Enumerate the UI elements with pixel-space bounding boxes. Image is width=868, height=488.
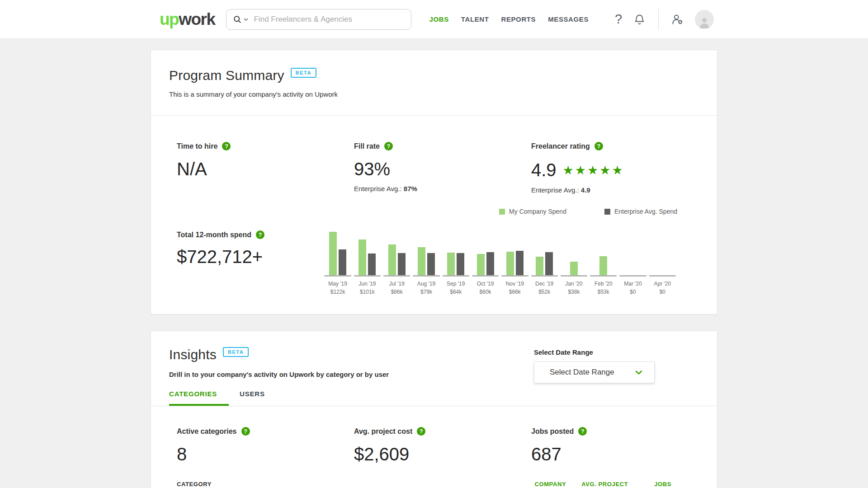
- enterprise-avg-bar: [516, 251, 524, 275]
- column-avg-project[interactable]: AVG. PROJECT: [581, 481, 628, 488]
- enterprise-avg-bar: [457, 253, 464, 275]
- legend-my-company-spend: My Company Spend: [499, 208, 566, 215]
- search-input[interactable]: [253, 14, 405, 24]
- search-box[interactable]: [226, 9, 411, 30]
- month-spend-label: $101k: [353, 289, 382, 295]
- nav-jobs[interactable]: JOBS: [429, 15, 449, 23]
- help-icon[interactable]: ?: [594, 142, 603, 150]
- date-range-value: Select Date Range: [550, 368, 614, 377]
- total-spend-label: Total 12-month spend: [177, 231, 251, 239]
- chart-month-group: Jan '20$38k: [559, 232, 589, 295]
- nav-divider: [658, 9, 659, 30]
- month-spend-label: $79k: [411, 289, 441, 295]
- enterprise-avg-bar: [368, 253, 376, 275]
- avatar-person-icon: [698, 15, 711, 29]
- nav-talent[interactable]: TALENT: [461, 15, 489, 23]
- logo-work: work: [179, 10, 215, 28]
- chart-month-group: May '19$122k: [323, 232, 352, 295]
- total-spend-block: Total 12-month spend ? $722,712+: [177, 226, 323, 295]
- help-icon[interactable]: ?: [578, 427, 587, 436]
- search-icon[interactable]: [233, 15, 241, 23]
- company-spend-bar: [418, 247, 425, 275]
- user-avatar[interactable]: [695, 10, 714, 29]
- month-label: May '19: [323, 281, 352, 287]
- help-icon[interactable]: ?: [222, 142, 231, 150]
- enterprise-avg-bar: [398, 253, 406, 275]
- month-label: Jun '19: [353, 281, 382, 287]
- company-spend-swatch-icon: [499, 209, 505, 215]
- column-category: CATEGORY: [177, 481, 212, 488]
- enterprise-avg-bar: [545, 252, 553, 275]
- month-label: Apr '20: [648, 281, 677, 287]
- metric-label: Time to hire: [177, 142, 217, 150]
- metric-value: 8: [177, 444, 354, 465]
- company-spend-bar: [388, 244, 396, 275]
- chart-month-group: Sep '19$64k: [441, 232, 471, 295]
- month-label: Jan '20: [559, 281, 589, 287]
- month-label: Jul '19: [382, 281, 411, 287]
- nav-reports[interactable]: REPORTS: [501, 15, 536, 23]
- metric-label: Avg. project cost: [354, 427, 412, 436]
- month-spend-label: $52k: [530, 289, 559, 295]
- help-icon[interactable]: ?: [417, 427, 425, 436]
- company-spend-bar: [329, 232, 337, 275]
- insights-tabs: CATEGORIES USERS: [151, 390, 717, 406]
- metric-value: 687: [531, 444, 708, 465]
- company-spend-bar: [506, 252, 514, 275]
- column-jobs[interactable]: JOBS: [654, 481, 671, 488]
- date-range-block: Select Date Range Select Date Range: [534, 348, 655, 383]
- star-rating-icons: ★★★★★: [563, 160, 624, 181]
- help-icon[interactable]: ?: [615, 13, 622, 26]
- logo-up: up: [160, 10, 179, 28]
- invite-user-icon[interactable]: [671, 13, 684, 25]
- help-icon[interactable]: ?: [241, 427, 250, 436]
- month-label: Aug '19: [411, 281, 441, 287]
- top-nav: upwork JOBS TALENT REPORTS MESSAGES ?: [0, 0, 868, 39]
- metric-avg-project-cost: Avg. project cost ? $2,609: [354, 427, 531, 465]
- column-company-spend[interactable]: COMPANY: [534, 481, 566, 488]
- metric-value: $2,609: [354, 444, 531, 465]
- main-nav: JOBS TALENT REPORTS MESSAGES: [429, 15, 589, 23]
- program-summary-card: Program Summary BETA This is a summary o…: [151, 50, 717, 314]
- notifications-bell-icon[interactable]: [633, 13, 646, 25]
- chart-month-group: Mar '20$0: [618, 232, 647, 295]
- metric-value: 4.9 ★★★★★: [531, 159, 708, 181]
- metric-subtext: Enterprise Avg.: 87%: [354, 185, 531, 193]
- insights-card: Insights BETA Drill in to your company's…: [151, 331, 717, 488]
- help-icon[interactable]: ?: [256, 230, 264, 239]
- enterprise-avg-swatch-icon: [604, 209, 610, 215]
- month-spend-label: $60k: [471, 289, 500, 295]
- metric-subtext: [177, 185, 354, 193]
- x-axis-segment: [413, 275, 439, 277]
- nav-messages[interactable]: MESSAGES: [548, 15, 589, 23]
- page: upwork JOBS TALENT REPORTS MESSAGES ?: [0, 0, 868, 488]
- month-label: Nov '19: [500, 281, 529, 287]
- tab-users[interactable]: USERS: [240, 390, 277, 406]
- x-axis-segment: [324, 275, 351, 277]
- metric-active-categories: Active categories ? 8: [177, 427, 354, 465]
- tab-categories[interactable]: CATEGORIES: [169, 390, 229, 406]
- chart-month-group: Aug '19$79k: [411, 232, 441, 295]
- insights-header: Insights BETA Drill in to your company's…: [151, 331, 717, 378]
- total-spend-value: $722,712+: [177, 246, 323, 267]
- beta-badge: BETA: [223, 347, 249, 357]
- metric-freelancer-rating: Freelancer rating ? 4.9 ★★★★★ Enterprise…: [531, 142, 708, 194]
- metric-value: N/A: [177, 159, 354, 179]
- date-range-label: Select Date Range: [534, 348, 655, 356]
- chart-month-group: Oct '19$60k: [471, 232, 500, 295]
- metric-label: Jobs posted: [531, 427, 574, 436]
- help-icon[interactable]: ?: [384, 142, 393, 150]
- chevron-down-icon: [634, 368, 643, 377]
- month-label: Feb '20: [589, 281, 618, 287]
- upwork-logo[interactable]: upwork: [160, 11, 215, 28]
- x-axis-segment: [619, 275, 646, 277]
- month-label: Oct '19: [471, 281, 500, 287]
- search-scope-chevron-icon[interactable]: [243, 17, 249, 22]
- nav-icons: ?: [615, 9, 714, 30]
- x-axis-segment: [383, 275, 410, 277]
- date-range-select[interactable]: Select Date Range: [534, 361, 655, 383]
- month-spend-label: $38k: [559, 289, 589, 295]
- month-spend-label: $122k: [323, 289, 352, 295]
- metric-subtext: Enterprise Avg.: 4.9: [531, 186, 708, 194]
- chart-legend: My Company Spend Enterprise Avg. Spend: [177, 208, 677, 215]
